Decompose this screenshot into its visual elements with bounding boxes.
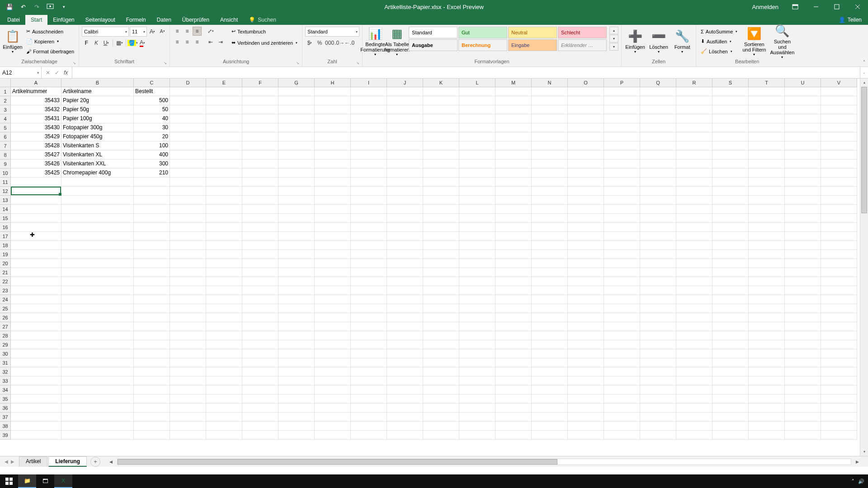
cell-L15[interactable] [459,214,495,223]
cell-B31[interactable] [61,358,134,367]
sheet-nav-next-icon[interactable]: ▶ [10,458,15,465]
cell-E23[interactable] [206,286,242,295]
cell-N6[interactable] [532,132,568,141]
cell-P4[interactable] [604,114,640,123]
cell-M24[interactable] [495,295,532,304]
cell-K32[interactable] [423,367,459,376]
cell-A32[interactable] [11,367,61,376]
cell-M8[interactable] [495,150,532,160]
cell-L10[interactable] [459,169,495,178]
cell-K15[interactable] [423,214,459,223]
cell-J32[interactable] [387,367,423,376]
cell-S23[interactable] [712,286,749,295]
cell-T13[interactable] [749,196,785,205]
cell-E29[interactable] [206,340,242,349]
cell-B23[interactable] [61,286,134,295]
cell-G33[interactable] [278,376,315,385]
cell-C19[interactable] [134,250,170,259]
cell-J17[interactable] [387,232,423,241]
cell-B27[interactable] [61,322,134,331]
cell-N13[interactable] [532,196,568,205]
cell-F38[interactable] [242,422,278,431]
name-box[interactable]: A12 [0,67,42,78]
cell-S8[interactable] [712,150,749,160]
cell-P23[interactable] [604,286,640,295]
cell-D28[interactable] [170,331,206,340]
cell-I13[interactable] [351,196,387,205]
cell-I30[interactable] [351,349,387,358]
row-header-36[interactable]: 36 [0,404,11,413]
cell-O8[interactable] [568,150,604,160]
cell-M14[interactable] [495,205,532,214]
cell-S4[interactable] [712,114,749,123]
cell-R1[interactable] [676,87,712,96]
cell-S27[interactable] [712,322,749,331]
cell-J1[interactable] [387,87,423,96]
cell-R10[interactable] [676,169,712,178]
cell-F16[interactable] [242,223,278,232]
cell-F15[interactable] [242,214,278,223]
cell-O37[interactable] [568,413,604,422]
cell-S22[interactable] [712,277,749,286]
cell-U16[interactable] [785,223,821,232]
cell-F12[interactable] [242,187,278,196]
col-header-O[interactable]: O [568,79,604,87]
cell-V37[interactable] [821,413,857,422]
cell-N16[interactable] [532,223,568,232]
cell-J23[interactable] [387,286,423,295]
cell-E4[interactable] [206,114,242,123]
style-gut[interactable]: Gut [458,27,507,38]
cell-M1[interactable] [495,87,532,96]
cell-A27[interactable] [11,322,61,331]
cell-Q18[interactable] [640,241,676,250]
cell-I20[interactable] [351,259,387,268]
row-header-37[interactable]: 37 [0,413,11,422]
col-header-H[interactable]: H [315,79,351,87]
cell-R3[interactable] [676,105,712,114]
cell-N8[interactable] [532,150,568,160]
cell-Q3[interactable] [640,105,676,114]
cell-L13[interactable] [459,196,495,205]
cell-V5[interactable] [821,123,857,132]
cell-A18[interactable] [11,241,61,250]
fx-icon[interactable]: fx [62,70,69,76]
cell-T19[interactable] [749,250,785,259]
cell-H31[interactable] [315,358,351,367]
cell-U6[interactable] [785,132,821,141]
cell-H29[interactable] [315,340,351,349]
row-header-35[interactable]: 35 [0,394,11,404]
cell-P39[interactable] [604,431,640,440]
cell-H36[interactable] [315,404,351,413]
cell-P15[interactable] [604,214,640,223]
cell-P10[interactable] [604,169,640,178]
cell-B30[interactable] [61,349,134,358]
align-top-icon[interactable]: ≡ [173,27,182,36]
cell-N30[interactable] [532,349,568,358]
cell-I18[interactable] [351,241,387,250]
cell-O12[interactable] [568,187,604,196]
cell-E10[interactable] [206,169,242,178]
cell-T33[interactable] [749,376,785,385]
cell-T21[interactable] [749,268,785,277]
cell-G12[interactable] [278,187,315,196]
cell-K6[interactable] [423,132,459,141]
cell-U28[interactable] [785,331,821,340]
cell-G1[interactable] [278,87,315,96]
cell-V36[interactable] [821,404,857,413]
cell-J38[interactable] [387,422,423,431]
cell-O27[interactable] [568,322,604,331]
currency-icon[interactable]: $▾ [305,38,314,47]
ribbon-tab-datei[interactable]: Datei [2,15,25,25]
cell-A8[interactable]: 35427 [11,150,61,160]
cell-J33[interactable] [387,376,423,385]
styles-scroll-down-icon[interactable]: ▾ [609,35,618,42]
cell-D14[interactable] [170,205,206,214]
cell-O26[interactable] [568,313,604,322]
cell-B26[interactable] [61,313,134,322]
cell-N7[interactable] [532,141,568,150]
cell-Q26[interactable] [640,313,676,322]
cell-P32[interactable] [604,367,640,376]
row-header-26[interactable]: 26 [0,313,11,322]
cell-V22[interactable] [821,277,857,286]
fill-color-icon[interactable]: 🪣▾ [128,38,137,47]
